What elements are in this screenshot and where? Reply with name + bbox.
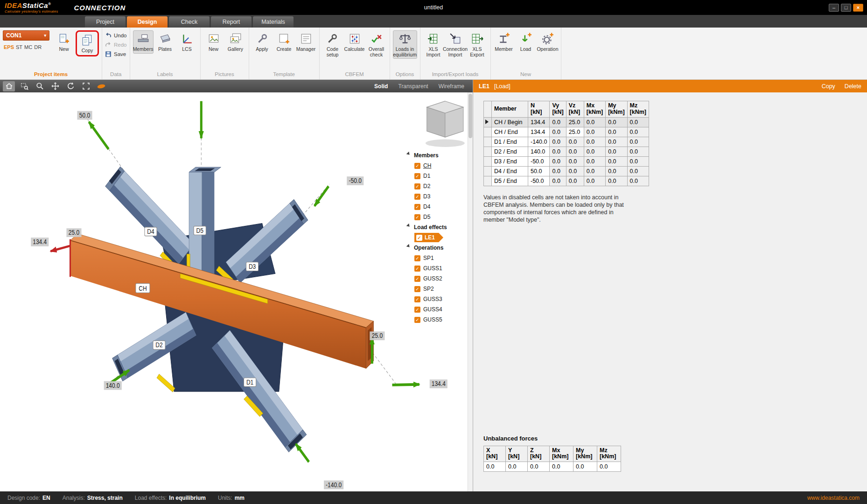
cell-n[interactable]: 50.0 bbox=[528, 166, 550, 176]
zoom-button[interactable] bbox=[34, 81, 46, 91]
tree-item-guss1[interactable]: ✓GUSS1 bbox=[407, 263, 463, 273]
tree-item-guss2[interactable]: ✓GUSS2 bbox=[407, 273, 463, 284]
gallery-button[interactable]: Gallery bbox=[225, 30, 246, 54]
tree-group-members[interactable]: Members bbox=[407, 150, 463, 161]
tree-item-guss5[interactable]: ✓GUSS5 bbox=[407, 315, 463, 325]
calculate-button[interactable]: Calculate bbox=[344, 30, 365, 54]
tab-project[interactable]: Project bbox=[85, 16, 126, 28]
tab-check[interactable]: Check bbox=[169, 16, 210, 28]
cell-n[interactable]: -50.0 bbox=[528, 156, 550, 166]
tree-item-d1[interactable]: ✓D1 bbox=[407, 171, 463, 181]
tree-group-operations[interactable]: Operations bbox=[407, 243, 463, 253]
checkbox-checked-icon[interactable]: ✓ bbox=[414, 296, 420, 302]
tree-group-load-effects[interactable]: Load effects bbox=[407, 222, 463, 232]
view-mode-solid[interactable]: Solid bbox=[374, 83, 388, 90]
copy-load-effect-button[interactable]: Copy bbox=[822, 83, 835, 90]
template-apply-button[interactable]: Apply bbox=[252, 30, 273, 54]
cell-n[interactable]: 140.0 bbox=[528, 147, 550, 156]
labels-members-button[interactable]: Members bbox=[133, 30, 154, 54]
checkbox-checked-icon[interactable]: ✓ bbox=[414, 183, 420, 189]
checkbox-checked-icon[interactable]: ✓ bbox=[414, 317, 420, 323]
cell-vz[interactable]: 25.0 bbox=[566, 117, 584, 127]
viewport-scrollbar[interactable] bbox=[468, 92, 473, 491]
tab-design[interactable]: Design bbox=[127, 16, 168, 28]
maximize-button[interactable]: □ bbox=[841, 4, 851, 12]
xls-import-button[interactable]: XLS Import bbox=[423, 30, 444, 59]
cell-n[interactable]: 134.4 bbox=[528, 117, 550, 127]
save-button[interactable]: Save bbox=[105, 50, 127, 58]
toggle-st[interactable]: ST bbox=[16, 44, 22, 50]
toggle-eps[interactable]: EPS bbox=[4, 44, 14, 50]
table-row-ch-begin[interactable]: CH / Begin 134.4 0.0 25.0 0.0 0.0 0.0 bbox=[484, 117, 649, 127]
checkbox-checked-icon[interactable]: ✓ bbox=[414, 173, 420, 179]
tree-item-d3[interactable]: ✓D3 bbox=[407, 191, 463, 202]
new-operation-button[interactable]: Operation bbox=[538, 30, 558, 54]
table-row-d3-end[interactable]: D3 / End -50.0 0.0 0.0 0.0 0.0 0.0 bbox=[484, 156, 649, 166]
checkbox-checked-icon[interactable]: ✓ bbox=[414, 286, 420, 292]
tree-item-ch[interactable]: ✓CH bbox=[407, 161, 463, 171]
labels-lcs-button[interactable]: LCS bbox=[177, 30, 197, 54]
3d-viewport[interactable]: CH D1 D2 D3 D4 D5 50.0 -50.0 25.0 134.4 … bbox=[0, 92, 473, 491]
table-row-d2-end[interactable]: D2 / End 140.0 0.0 0.0 0.0 0.0 0.0 bbox=[484, 147, 649, 156]
checkbox-checked-icon[interactable]: ✓ bbox=[416, 235, 422, 241]
tree-item-le1[interactable]: ✓LE1 bbox=[407, 232, 463, 243]
tree-item-sp2[interactable]: ✓SP2 bbox=[407, 284, 463, 294]
website-link[interactable]: www.ideastatica.com bbox=[807, 495, 860, 501]
template-create-button[interactable]: Create bbox=[274, 30, 294, 54]
cell-vz[interactable]: 25.0 bbox=[566, 127, 584, 137]
section-paint-button[interactable] bbox=[95, 81, 107, 91]
checkbox-checked-icon[interactable]: ✓ bbox=[414, 276, 420, 282]
new-project-item-button[interactable]: New bbox=[54, 30, 74, 54]
table-row-d5-end[interactable]: D5 / End -50.0 0.0 0.0 0.0 0.0 0.0 bbox=[484, 176, 649, 186]
tree-item-d5[interactable]: ✓D5 bbox=[407, 212, 463, 222]
rotate-button[interactable] bbox=[64, 81, 77, 91]
tree-item-d2[interactable]: ✓D2 bbox=[407, 181, 463, 191]
view-mode-transparent[interactable]: Transparent bbox=[398, 83, 428, 90]
redo-button[interactable]: Redo bbox=[105, 41, 127, 49]
checkbox-checked-icon[interactable]: ✓ bbox=[414, 194, 420, 200]
tab-materials[interactable]: Materials bbox=[253, 16, 294, 28]
delete-load-effect-button[interactable]: Delete bbox=[845, 83, 861, 90]
checkbox-checked-icon[interactable]: ✓ bbox=[414, 204, 420, 210]
loads-in-equilibrium-button[interactable]: Loads in equilibrium bbox=[393, 30, 417, 59]
checkbox-checked-icon[interactable]: ✓ bbox=[414, 255, 420, 261]
tab-report[interactable]: Report bbox=[211, 16, 252, 28]
view-cube[interactable] bbox=[426, 101, 465, 147]
connection-selector[interactable]: CON1 ▾ bbox=[3, 30, 49, 41]
cell-n[interactable]: 134.4 bbox=[528, 127, 550, 137]
cell-n[interactable]: -140.0 bbox=[528, 137, 550, 147]
xls-export-button[interactable]: XLS Export bbox=[467, 30, 488, 59]
close-button[interactable]: × bbox=[853, 4, 863, 12]
expander-icon[interactable] bbox=[406, 152, 413, 158]
expander-icon[interactable] bbox=[406, 244, 413, 250]
zoom-fit-button[interactable] bbox=[80, 81, 92, 91]
pan-button[interactable] bbox=[49, 81, 61, 91]
labels-plates-button[interactable]: Plates bbox=[155, 30, 175, 54]
tree-item-d4[interactable]: ✓D4 bbox=[407, 202, 463, 212]
tree-item-guss4[interactable]: ✓GUSS4 bbox=[407, 304, 463, 315]
toggle-mc[interactable]: MC bbox=[24, 44, 32, 50]
checkbox-checked-icon[interactable]: ✓ bbox=[414, 266, 420, 272]
table-row-d4-end[interactable]: D4 / End 50.0 0.0 0.0 0.0 0.0 0.0 bbox=[484, 166, 649, 176]
connection-import-button[interactable]: Connection Import bbox=[445, 30, 466, 59]
new-member-button[interactable]: Member bbox=[494, 30, 514, 54]
picture-new-button[interactable]: New bbox=[203, 30, 224, 54]
toggle-dr[interactable]: DR bbox=[34, 44, 42, 50]
tree-item-guss3[interactable]: ✓GUSS3 bbox=[407, 294, 463, 304]
code-setup-button[interactable]: Code setup bbox=[322, 30, 343, 59]
view-mode-wireframe[interactable]: Wireframe bbox=[439, 83, 464, 90]
expander-icon[interactable] bbox=[406, 224, 413, 230]
minimize-button[interactable]: – bbox=[829, 4, 839, 12]
checkbox-checked-icon[interactable]: ✓ bbox=[414, 214, 420, 220]
table-row-d1-end[interactable]: D1 / End -140.0 0.0 0.0 0.0 0.0 0.0 bbox=[484, 137, 649, 147]
home-view-button[interactable] bbox=[3, 81, 15, 91]
new-load-button[interactable]: Load bbox=[516, 30, 536, 54]
checkbox-checked-icon[interactable]: ✓ bbox=[414, 163, 420, 169]
cell-n[interactable]: -50.0 bbox=[528, 176, 550, 186]
scrollbar-thumb[interactable] bbox=[468, 94, 472, 138]
checkbox-checked-icon[interactable]: ✓ bbox=[414, 307, 420, 313]
zoom-window-button[interactable] bbox=[18, 81, 30, 91]
tree-item-sp1[interactable]: ✓SP1 bbox=[407, 253, 463, 263]
template-manager-button[interactable]: Manager bbox=[296, 30, 316, 54]
overall-check-button[interactable]: Overall check bbox=[366, 30, 387, 59]
